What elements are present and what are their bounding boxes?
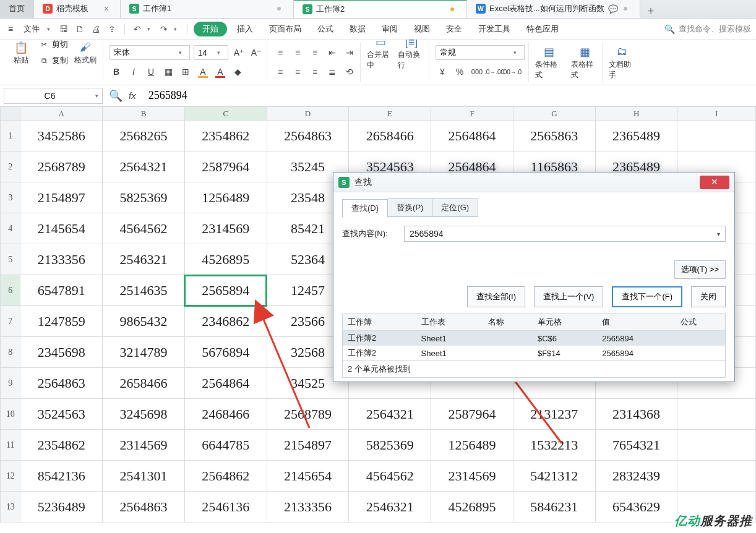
search-icon[interactable]: 🔍: [664, 24, 675, 34]
fill-color-icon[interactable]: A: [196, 65, 210, 79]
col-header[interactable]: A: [20, 107, 103, 121]
cell[interactable]: 2564864: [431, 121, 513, 151]
cell[interactable]: 2145654: [267, 461, 349, 492]
print-icon[interactable]: 🖨: [90, 23, 102, 35]
cell[interactable]: 5421312: [513, 461, 595, 492]
cell[interactable]: 5846231: [513, 492, 595, 522]
cell[interactable]: 1532213: [513, 430, 595, 461]
tab-home[interactable]: 首页: [0, 0, 34, 18]
orientation-icon[interactable]: ⟲: [343, 65, 356, 79]
row-header[interactable]: 5: [1, 244, 20, 275]
cell[interactable]: 2564863: [103, 492, 185, 522]
row-header[interactable]: 12: [1, 461, 20, 492]
hamburger-icon[interactable]: ≡: [5, 24, 16, 34]
col-header[interactable]: G: [513, 107, 595, 121]
thousands-icon[interactable]: 000: [470, 65, 484, 79]
decrease-decimal-icon[interactable]: .00→.0: [505, 65, 518, 79]
cell[interactable]: 2133356: [267, 492, 349, 522]
col-formula[interactable]: 公式: [676, 314, 726, 331]
row-header[interactable]: 13: [1, 492, 20, 522]
cell[interactable]: [677, 399, 756, 430]
search-placeholder[interactable]: 查找命令、搜索模板: [679, 23, 751, 35]
cell[interactable]: [677, 430, 756, 461]
print-preview-icon[interactable]: 🗋: [74, 23, 86, 35]
menu-insert[interactable]: 插入: [231, 23, 259, 35]
align-center-icon[interactable]: ≡: [291, 65, 304, 79]
align-bottom-icon[interactable]: ≡: [308, 46, 322, 59]
col-header[interactable]: B: [103, 107, 185, 121]
row-header[interactable]: 9: [1, 368, 20, 399]
row-header[interactable]: 2: [1, 151, 20, 182]
cell[interactable]: 2133356: [20, 244, 103, 275]
cell[interactable]: 5676894: [184, 337, 267, 368]
align-justify-icon[interactable]: ≣: [325, 65, 339, 79]
cell[interactable]: 2546321: [349, 492, 431, 522]
cell[interactable]: 4526895: [431, 492, 513, 522]
dialog-titlebar[interactable]: S 查找 ✕: [333, 173, 734, 192]
fx-icon[interactable]: fx: [129, 90, 136, 101]
row-header[interactable]: 8: [1, 337, 20, 368]
find-all-button[interactable]: 查找全部(I): [467, 286, 525, 307]
cell[interactable]: 2314569: [431, 461, 513, 492]
cell[interactable]: 5825369: [103, 182, 185, 213]
undo-icon[interactable]: ↶: [131, 23, 144, 35]
tab-workbook1[interactable]: S 工作簿1: [121, 0, 294, 18]
result-row[interactable]: 工作簿2Sheet1$F$142565894: [343, 346, 726, 361]
chevron-down-icon[interactable]: ▾: [147, 26, 150, 32]
cell[interactable]: 2314368: [595, 399, 677, 430]
col-header[interactable]: E: [349, 107, 431, 121]
cell[interactable]: 2314569: [184, 213, 267, 244]
cell[interactable]: 2468466: [184, 399, 267, 430]
font-color-icon[interactable]: A: [213, 65, 227, 79]
cell[interactable]: 2658466: [349, 121, 431, 151]
col-header[interactable]: H: [595, 107, 677, 121]
indent-increase-icon[interactable]: ⇥: [343, 46, 356, 59]
cell[interactable]: 2658466: [103, 368, 185, 399]
menu-formula[interactable]: 公式: [311, 23, 340, 35]
cell[interactable]: 2154897: [267, 430, 349, 461]
menu-view[interactable]: 视图: [408, 23, 436, 35]
close-dialog-button[interactable]: 关闭: [691, 286, 726, 307]
cell[interactable]: 2354862: [20, 430, 103, 461]
align-right-icon[interactable]: ≡: [308, 65, 322, 79]
menu-review[interactable]: 审阅: [376, 23, 404, 35]
row-header[interactable]: 7: [1, 306, 20, 337]
cond-format-button[interactable]: ▤条件格式: [535, 45, 562, 80]
find-content-input[interactable]: 2565894 ▾: [404, 226, 726, 242]
cell[interactable]: 2564863: [267, 121, 349, 151]
redo-icon[interactable]: ↷: [158, 23, 170, 35]
add-tab-button[interactable]: +: [640, 5, 661, 18]
chevron-down-icon[interactable]: ▾: [717, 231, 720, 237]
col-header[interactable]: D: [267, 107, 349, 121]
cell[interactable]: 1247859: [20, 306, 103, 337]
cell[interactable]: 2564863: [20, 368, 103, 399]
align-left-icon[interactable]: ≡: [273, 65, 287, 79]
tab-find[interactable]: 查找(D): [342, 199, 388, 218]
close-icon[interactable]: ×: [101, 4, 111, 14]
doc-assist-button[interactable]: 🗂文档助手: [609, 45, 636, 80]
chevron-down-icon[interactable]: ▾: [47, 26, 50, 32]
cell[interactable]: 2587964: [431, 399, 513, 430]
cell[interactable]: 6543629: [595, 492, 677, 522]
cell[interactable]: 1256489: [184, 182, 267, 213]
cell[interactable]: 3524563: [20, 399, 103, 430]
cell[interactable]: 2154897: [20, 182, 103, 213]
font-name-select[interactable]: 宋体▾: [110, 45, 190, 60]
cell[interactable]: 7654321: [595, 430, 677, 461]
menu-file[interactable]: 文件: [20, 23, 43, 35]
cell[interactable]: 2541301: [103, 461, 185, 492]
close-button[interactable]: ✕: [700, 176, 729, 189]
cell[interactable]: 2365489: [595, 121, 677, 151]
save-icon[interactable]: 🖫: [58, 23, 70, 35]
cell[interactable]: 2145654: [20, 213, 103, 244]
select-all-corner[interactable]: [1, 107, 20, 121]
col-cell[interactable]: 单元格: [533, 314, 597, 331]
row-header[interactable]: 11: [1, 430, 20, 461]
italic-icon[interactable]: I: [127, 65, 140, 79]
tab-replace[interactable]: 替换(P): [388, 198, 432, 217]
name-box[interactable]: C6 ▾: [4, 88, 103, 104]
cell[interactable]: 2546321: [103, 244, 185, 275]
results-table[interactable]: 工作簿 工作表 名称 单元格 值 公式 工作簿2Sheet1$C$6256589…: [342, 313, 726, 361]
cell[interactable]: 2568789: [20, 151, 103, 182]
copy-button[interactable]: ⧉复制: [38, 54, 68, 67]
